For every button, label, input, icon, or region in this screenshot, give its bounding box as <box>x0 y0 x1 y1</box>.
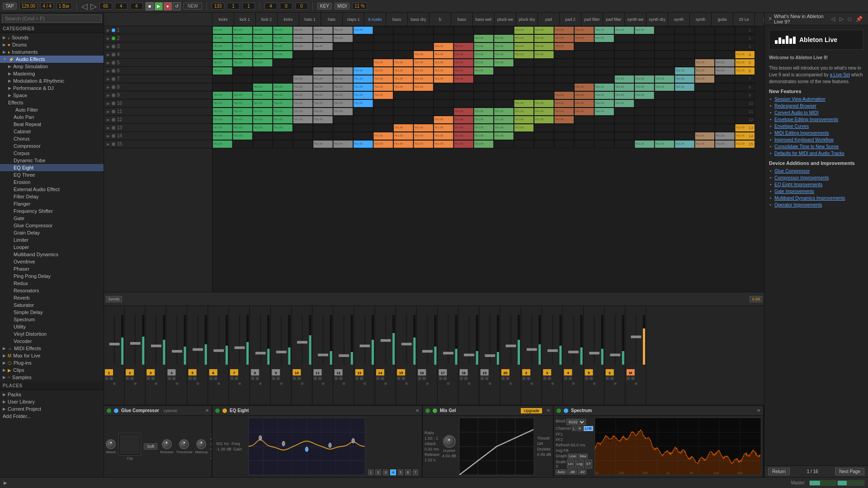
device-eq8-link[interactable]: EQ Eight Improvements <box>774 182 822 187</box>
device-operator-link[interactable]: Operator Improvements <box>774 202 822 207</box>
mg-drywet-knob[interactable] <box>443 435 456 448</box>
sp-ch-lr-button[interactable]: L+R <box>584 426 593 431</box>
feature-redesigned-browser-link[interactable]: Redesigned Browser <box>774 103 816 108</box>
time-sig-display[interactable]: 4 / 4 <box>40 3 53 9</box>
row-btn-15[interactable]: ▶ <box>107 142 110 146</box>
eq-curve-display[interactable] <box>248 418 365 475</box>
eq-band-5[interactable]: 5 <box>398 469 403 475</box>
subitem-corpus[interactable]: Corpus <box>0 150 104 157</box>
track-header-bass[interactable]: bass <box>386 13 408 26</box>
device-glue-link[interactable]: Glue Compressor <box>774 169 810 174</box>
row-btn-13[interactable]: ▶ <box>107 126 110 130</box>
sp-ch-r-button[interactable]: R <box>577 426 583 431</box>
track-header-synthwe[interactable]: synth we <box>625 13 646 26</box>
subitem-glue-compressor[interactable]: Glue Compressor <box>0 222 104 229</box>
prev-arrow[interactable]: ◁ <box>81 1 88 11</box>
search-input[interactable] <box>2 14 102 23</box>
subitem-phaser[interactable]: Phaser <box>0 265 104 272</box>
subitem-performance[interactable]: ▶ Performance & DJ <box>0 84 104 92</box>
sidebar-item-clips[interactable]: ▶ ▶ Clips <box>0 366 104 374</box>
rpanel-pin-button[interactable]: 📌 <box>854 15 864 23</box>
subitem-space[interactable]: ▶ Space <box>0 92 104 99</box>
row-btn-9[interactable]: ▶ <box>107 93 110 98</box>
subitem-flanger[interactable]: Flanger <box>0 200 104 207</box>
track-header-guita[interactable]: guita <box>712 13 733 26</box>
track-header-pad2[interactable]: pad 2 <box>560 13 581 26</box>
sp-log-button[interactable]: Log <box>575 460 584 469</box>
track-header-kick2[interactable]: kick 2 <box>256 13 278 26</box>
subitem-external-audio[interactable]: External Audio Effect <box>0 186 104 193</box>
sp-auto-button[interactable]: Auto <box>556 469 566 474</box>
sends-button[interactable]: Sends <box>106 296 122 302</box>
track-header-kick1[interactable]: kick 1 <box>234 13 256 26</box>
return-button[interactable]: Return <box>768 468 790 475</box>
subitem-mastering[interactable]: ▶ Mastering <box>0 70 104 77</box>
rpanel-back-button[interactable]: ◁ <box>829 15 837 23</box>
subitem-spectrum[interactable]: Spectrum <box>0 316 104 323</box>
rpanel-expand-button[interactable]: □ <box>846 15 853 23</box>
sidebar-item-samples[interactable]: ▶ ~ Samples <box>0 374 104 381</box>
track-header-basswet[interactable]: bass wet <box>473 13 495 26</box>
row-btn-12[interactable]: ▶ <box>107 117 110 122</box>
sp-ch-l-button[interactable]: L <box>572 426 576 431</box>
track-header-8audio[interactable]: 8 Audio <box>364 13 386 26</box>
track-header-kicks[interactable]: kicks <box>212 13 234 26</box>
track-header-synth[interactable]: synth <box>668 13 690 26</box>
next-arrow[interactable]: ▷ <box>90 1 97 11</box>
row-btn-2[interactable]: ▶ <box>107 36 110 41</box>
tap-button[interactable]: TAP <box>3 3 17 9</box>
track-header-claps1[interactable]: claps 1 <box>343 13 364 26</box>
new-button[interactable]: NEW <box>184 3 202 9</box>
gc-soft-button[interactable]: Soft <box>144 443 157 450</box>
subitem-auto-pan[interactable]: Auto Pan <box>0 113 104 121</box>
sp-max-button[interactable]: Max <box>578 454 588 459</box>
subitem-utility[interactable]: Utility <box>0 323 104 330</box>
gc-close-icon[interactable]: ✕ <box>205 408 209 413</box>
sidebar-item-current-project[interactable]: ▶ Current Project <box>0 405 104 413</box>
record-button[interactable]: ● <box>164 2 172 10</box>
track-header-padfilter[interactable]: pad filter <box>581 13 603 26</box>
subitem-effects[interactable]: Effects <box>0 99 104 106</box>
subitem-erosion[interactable]: Erosion <box>0 178 104 186</box>
subitem-grain-delay[interactable]: Grain Delay <box>0 229 104 236</box>
sp-close-icon[interactable]: ✕ <box>757 408 760 413</box>
feature-envelope-curves-link[interactable]: Envelope Curves <box>774 124 809 129</box>
track-header-pluckwe[interactable]: pluck we <box>495 13 516 26</box>
subitem-freq-shifter[interactable]: Frequency Shifter <box>0 207 104 215</box>
feature-keyboard-workflow-link[interactable]: Improved Keyboard Workflow <box>774 137 834 142</box>
gc-threshold-knob[interactable] <box>179 439 189 449</box>
subitem-resonators[interactable]: Resonators <box>0 287 104 294</box>
rpanel-forward-button[interactable]: ▷ <box>838 15 845 23</box>
track-header-bassdry[interactable]: bass dry <box>408 13 429 26</box>
play-button[interactable]: ▶ <box>155 2 163 10</box>
track-header-pad[interactable]: pad <box>538 13 560 26</box>
row-btn-7[interactable]: ▶ <box>107 77 110 81</box>
feature-envelope-editing-link[interactable]: Envelope Editing Improvements <box>774 117 838 122</box>
next-page-button[interactable]: Next Page <box>835 468 864 475</box>
midi-button[interactable]: MIDI <box>335 3 349 9</box>
subitem-reverb[interactable]: Reverb <box>0 294 104 301</box>
feature-consolidate-link[interactable]: Consolidate Time to New Scene <box>774 144 839 149</box>
sidebar-item-max-for-live[interactable]: ▶ M Max for Live <box>0 352 104 359</box>
subitem-saturator[interactable]: Saturator <box>0 301 104 309</box>
device-gate-link[interactable]: Gate Improvements <box>774 189 814 194</box>
row-btn-10[interactable]: ▶ <box>107 101 110 106</box>
sidebar-item-add-folder[interactable]: Add Folder... <box>0 413 104 420</box>
subitem-dynamic-tube[interactable]: Dynamic Tube <box>0 157 104 164</box>
sp-st-button[interactable]: ST <box>585 460 592 469</box>
track-header-hats[interactable]: hats <box>321 13 343 26</box>
eq-band-4[interactable]: 4 <box>390 469 396 475</box>
row-btn-11[interactable]: ▶ <box>107 109 110 114</box>
sp-line-button[interactable]: Line <box>568 454 577 459</box>
key-button[interactable]: KEY <box>317 3 332 9</box>
track-header-kicks2[interactable]: kicks <box>278 13 299 26</box>
subitem-modulation[interactable]: ▶ Modulation & Rhythmic <box>0 77 104 84</box>
eq-canvas[interactable] <box>249 418 365 475</box>
mg-upgrade-button[interactable]: Upgrade <box>521 408 542 413</box>
rpanel-close-icon[interactable]: ✕ <box>768 16 772 22</box>
subitem-compressor[interactable]: Compressor <box>0 142 104 150</box>
eq-band-2[interactable]: 2 <box>375 469 381 475</box>
row-btn-3[interactable]: ▶ <box>107 44 110 49</box>
subitem-simple-delay[interactable]: Simple Delay <box>0 309 104 316</box>
pos1-display[interactable]: 66 <box>99 3 112 9</box>
